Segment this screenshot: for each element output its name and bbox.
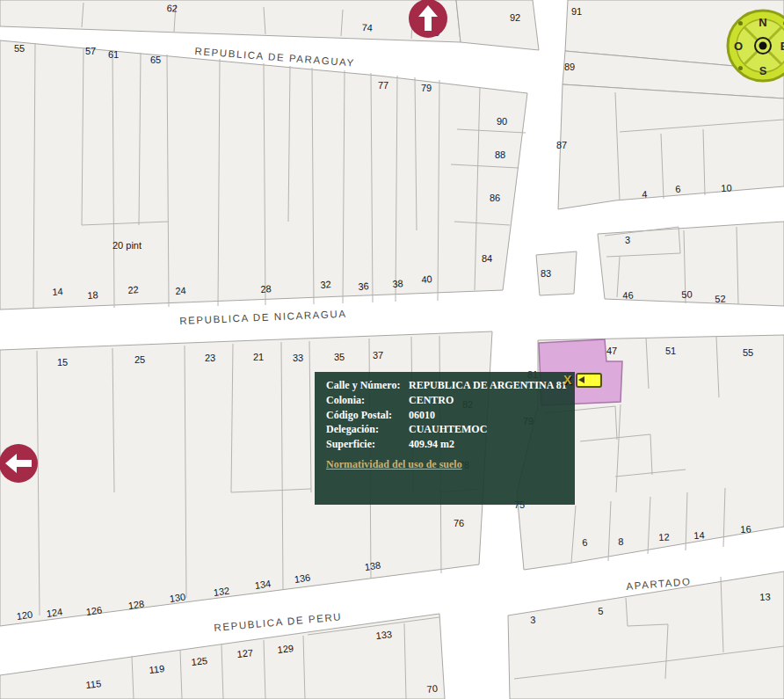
- map-viewport: N S O E Calle y Número:REPUBLICA DE ARGE…: [0, 0, 784, 699]
- parcel-label: 83: [541, 268, 551, 279]
- parcel-label: 62: [166, 3, 178, 14]
- parcel-label: 84: [482, 253, 492, 264]
- parcel-label: 32: [320, 279, 331, 290]
- parcel-label: 5: [598, 606, 604, 616]
- parcel-label: 127: [236, 647, 254, 659]
- parcel-label: 10: [721, 182, 732, 193]
- popup-field-value: CENTRO: [409, 395, 570, 407]
- parcel-label: 136: [294, 572, 311, 584]
- arrow-left-icon: [0, 444, 38, 483]
- parcel-label: 115: [85, 678, 102, 690]
- popup-field-value: CUAUHTEMOC: [409, 424, 570, 436]
- popup-field-label: Calle y Número:: [326, 380, 403, 392]
- compass-o: O: [734, 40, 743, 53]
- parcel-label: 46: [622, 289, 634, 301]
- parcel-label: 6: [582, 537, 588, 548]
- parcel-label: 86: [490, 193, 500, 203]
- parcel-label: 128: [127, 598, 145, 610]
- parcel-label: 22: [127, 284, 139, 295]
- parcel-label: 3: [530, 615, 536, 625]
- compass-s: S: [759, 64, 767, 77]
- parcel-label: 16: [740, 523, 751, 535]
- arrow-up-icon: [408, 0, 448, 39]
- parcel-label: 47: [606, 346, 617, 356]
- popup-field-value: REPUBLICA DE ARGENTINA 81: [409, 380, 570, 392]
- parcel-label: 88: [495, 149, 505, 160]
- parcel-label: 65: [150, 55, 161, 65]
- parcel-label: 14: [693, 529, 705, 541]
- parcel-label: 15: [57, 357, 68, 368]
- parcel-info-popup: Calle y Número:REPUBLICA DE ARGENTINA 81…: [315, 372, 575, 505]
- parcel-label: 25: [134, 354, 145, 365]
- parcel-label: 129: [277, 643, 294, 655]
- parcel-label: 13: [759, 591, 771, 602]
- parcel-label: 74: [361, 22, 373, 33]
- parcel-label: 126: [85, 604, 103, 616]
- parcel-label: 57: [85, 46, 96, 56]
- parcel-label: 61: [108, 49, 119, 60]
- parcel-label: 38: [392, 278, 403, 289]
- pan-up-button[interactable]: [408, 0, 448, 39]
- parcel-label: 55: [743, 347, 753, 358]
- parcel-label: 87: [556, 140, 567, 150]
- parcel-label: 134: [254, 578, 272, 590]
- parcel-label: 52: [715, 293, 726, 304]
- parcel-label: 79: [421, 83, 432, 93]
- parcel-label: 6: [675, 184, 681, 194]
- parcel-label: 70: [426, 683, 438, 695]
- popup-close-button[interactable]: X: [563, 373, 779, 387]
- parcel-label: 18: [87, 289, 98, 301]
- compass-rose: N S O E: [728, 11, 784, 81]
- popup-field-label: Código Postal:: [326, 410, 403, 422]
- popup-field-value: 06010: [409, 410, 570, 422]
- parcel-label: 92: [510, 12, 520, 23]
- popup-field-label: Colonia:: [326, 395, 403, 407]
- parcel-label: 124: [46, 606, 63, 618]
- parcel-label: 50: [681, 288, 693, 300]
- parcel-label: 130: [169, 591, 186, 603]
- popup-fields: Calle y Número:REPUBLICA DE ARGENTINA 81…: [315, 372, 575, 451]
- parcel-label: 24: [175, 285, 186, 296]
- popup-field-label: Superficie:: [326, 439, 403, 451]
- popup-field-value: 409.94 m2: [409, 439, 570, 451]
- compass-n: N: [759, 16, 766, 29]
- parcel-label: 28: [260, 283, 272, 295]
- parcel-label: 138: [364, 559, 381, 572]
- parcel-label: 4: [642, 189, 648, 200]
- parcel-label: 12: [658, 531, 670, 542]
- parcel-label: 33: [293, 353, 303, 363]
- parcel-label: 90: [497, 116, 507, 127]
- parcel-label: 91: [571, 6, 582, 17]
- popup-field-label: Delegación:: [326, 424, 403, 436]
- land-use-link[interactable]: Normatividad del uso de suelo: [326, 458, 462, 471]
- parcel-label: 14: [52, 286, 63, 297]
- parcel-label: 36: [358, 280, 369, 292]
- parcel-label: 125: [191, 655, 208, 667]
- parcel-label: 120: [16, 608, 33, 621]
- parcel-label: 55: [14, 43, 25, 54]
- parcel-label: 37: [373, 350, 383, 360]
- parcel-label: 35: [334, 352, 345, 362]
- parcel-label: 119: [149, 663, 165, 675]
- pan-left-button[interactable]: [0, 444, 38, 483]
- parcel-label: 23: [205, 353, 215, 363]
- parcel-label: 3: [625, 235, 630, 245]
- parcel-label: 133: [375, 629, 393, 641]
- parcel-label: 8: [618, 536, 624, 547]
- parcel-label: 76: [454, 518, 464, 528]
- parcel-label: 40: [421, 273, 432, 285]
- parcel-label: 132: [213, 585, 230, 597]
- parcel-label: 89: [564, 62, 575, 72]
- parcel-label: 21: [253, 352, 264, 362]
- compass-e: E: [780, 40, 784, 53]
- parcel-label: 51: [665, 346, 676, 356]
- parcel-label: 20 pint: [113, 240, 142, 251]
- parcel-label: 77: [378, 80, 388, 91]
